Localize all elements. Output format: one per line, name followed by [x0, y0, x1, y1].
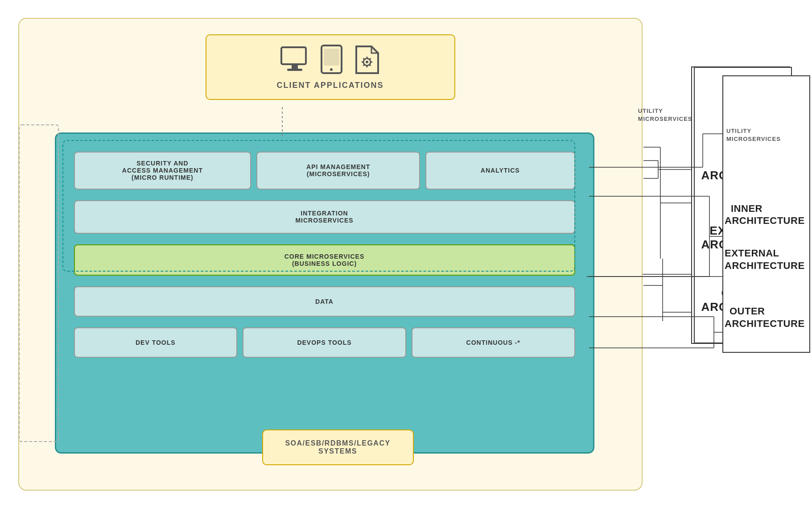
client-apps-label: CLIENT APPLICATIONS: [277, 81, 384, 90]
svg-line-29: [363, 64, 364, 66]
svg-line-28: [369, 58, 371, 59]
row-data: DATA: [74, 286, 575, 317]
client-apps-box: CLIENT APPLICATIONS: [206, 34, 455, 100]
security-box: SECURITY AND ACCESS MANAGEMENT (MICRO RU…: [74, 152, 251, 190]
svg-rect-19: [324, 49, 339, 66]
svg-rect-16: [287, 69, 302, 71]
row-core: CORE MICROSERVICES (BUSINESS LOGIC): [74, 244, 575, 276]
data-box: DATA: [74, 286, 575, 317]
inner-architecture-label: INNER ARCHITECTURE: [701, 155, 784, 182]
soa-box: SOA/ESB/RDBMS/LEGACY SYSTEMS: [262, 430, 414, 465]
external-architecture-label: EXTERNAL ARCHITECTURE: [701, 224, 784, 252]
right-labels-container: INNER ARCHITECTURE EXTERNAL ARCHITECTURE…: [694, 67, 792, 343]
tablet-icon: [319, 44, 344, 75]
svg-line-27: [369, 64, 371, 66]
devops-tools-box: DEVOPS TOOLS: [243, 327, 406, 358]
svg-line-26: [363, 58, 364, 59]
api-mgmt-box: API MANAGEMENT (MICROSERVICES): [256, 152, 420, 190]
analytics-box: ANALYTICS: [425, 152, 575, 190]
svg-point-18: [330, 68, 333, 71]
svg-point-21: [366, 61, 368, 63]
core-box: CORE MICROSERVICES (BUSINESS LOGIC): [74, 244, 575, 276]
svg-rect-14: [281, 47, 306, 64]
rows-container: SECURITY AND ACCESS MANAGEMENT (MICRO RU…: [64, 142, 585, 444]
row-devtools: DEV TOOLS DEVOPS TOOLS CONTINUOUS -*: [74, 327, 575, 358]
integration-box: INTEGRATION MICROSERVICES: [74, 200, 575, 234]
settings-file-icon: [353, 44, 382, 75]
row-security-api-analytics: SECURITY AND ACCESS MANAGEMENT (MICRO RU…: [74, 152, 575, 190]
svg-rect-15: [292, 64, 298, 69]
row-integration: INTEGRATION MICROSERVICES: [74, 200, 575, 234]
client-apps-icons: [279, 44, 382, 75]
monitor-icon: [279, 45, 310, 74]
diagram-container: CLIENT APPLICATIONS SECURITY AND ACCESS …: [9, 9, 803, 500]
teal-architecture-box: SECURITY AND ACCESS MANAGEMENT (MICRO RU…: [55, 132, 594, 454]
outer-architecture-label: OUTER ARCHITECTURE: [701, 286, 784, 314]
utility-microservices-label: UTILITY MICROSERVICES: [638, 107, 692, 123]
outer-architecture-box: CLIENT APPLICATIONS SECURITY AND ACCESS …: [18, 18, 643, 491]
dev-tools-box: DEV TOOLS: [74, 327, 238, 358]
continuous-box: CONTINUOUS -*: [412, 327, 575, 358]
